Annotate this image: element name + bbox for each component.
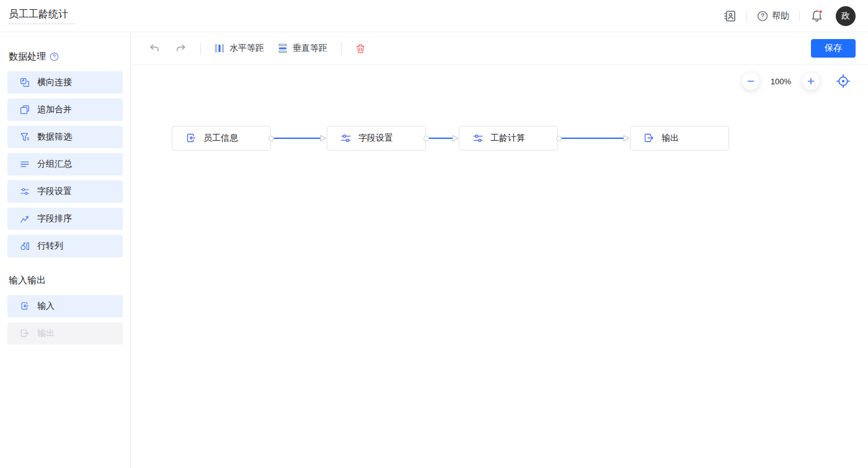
page-title[interactable]: 员工工龄统计 [9,8,74,24]
sidebar-item-output: 输出 [7,322,123,345]
node-label: 字段设置 [358,133,393,144]
section-help-icon[interactable] [50,52,59,61]
undo-icon[interactable] [149,43,160,54]
field-settings-icon [340,133,352,144]
node-label: 输出 [662,133,679,144]
zoom-controls: 100% [742,73,851,90]
flow-canvas[interactable]: 100% [131,65,868,468]
top-header: 员工工龄统计 帮助 [0,0,868,32]
input-icon [185,133,197,144]
main-area: 水平等距 垂直等距 [131,32,868,468]
connection-line [428,138,453,139]
sidebar: 数据处理 横向连接 [0,32,131,468]
sidebar-item-group-summary[interactable]: 分组汇总 [7,153,123,175]
sidebar-item-label: 分组汇总 [37,159,72,170]
canvas-toolbar: 水平等距 垂直等距 [131,32,868,65]
horizontal-spacing-icon [215,43,224,53]
zoom-in-button[interactable] [802,73,820,90]
avatar[interactable]: 政 [836,6,856,26]
sidebar-item-label: 字段设置 [37,186,72,197]
group-summary-icon [20,159,30,169]
field-settings-icon [20,187,30,196]
connection-arrow [623,134,630,143]
sidebar-item-field-sort[interactable]: 字段排序 [7,208,123,230]
connection-line [273,138,321,139]
flow-node-seniority-calc[interactable]: 工龄计算 [459,126,558,151]
help-icon [757,11,768,22]
connection-arrow [320,134,327,143]
connection-1[interactable] [268,134,327,143]
section-title-label: 输入输出 [9,275,46,286]
flow-node-output[interactable]: 输出 [630,126,729,151]
connection-arrow [452,134,459,143]
connection-source-port [423,136,429,141]
connection-source-port [556,136,562,141]
help-label: 帮助 [772,11,789,22]
output-icon [644,133,655,144]
contacts-icon[interactable] [723,9,737,23]
join-icon [20,77,30,87]
connection-2[interactable] [423,134,459,143]
flow-node-employee-info[interactable]: 员工信息 [172,126,271,151]
vertical-spacing-label: 垂直等距 [293,43,327,54]
connection-3[interactable] [556,134,630,143]
bell-icon[interactable] [810,9,823,23]
sidebar-item-row-to-column[interactable]: 行转列 [7,235,123,257]
node-label: 员工信息 [203,133,238,144]
sidebar-item-label: 追加合并 [37,104,72,115]
field-sort-icon [20,214,30,224]
locate-icon[interactable] [836,74,851,89]
section-title-data-processing: 数据处理 [9,51,122,63]
horizontal-spacing-label: 水平等距 [229,43,264,54]
sidebar-item-label: 输入 [37,301,55,312]
header-divider [746,11,747,21]
redo-icon[interactable] [175,43,187,54]
connection-source-port [268,136,274,141]
sidebar-item-label: 字段排序 [37,213,72,224]
vertical-spacing-icon [278,43,288,53]
save-button[interactable]: 保存 [811,39,856,58]
trash-icon[interactable] [355,43,366,54]
append-merge-icon [20,105,30,115]
sidebar-item-label: 输出 [37,328,55,339]
input-icon [20,301,30,311]
section-title-label: 数据处理 [9,51,46,63]
zoom-level: 100% [771,77,791,86]
toolbar-divider [341,42,342,55]
sidebar-item-append-merge[interactable]: 追加合并 [7,99,123,121]
connection-line [561,138,624,139]
filter-icon [20,132,30,142]
sidebar-item-label: 行转列 [37,241,63,252]
header-divider [799,11,800,21]
header-actions: 帮助 政 [723,6,856,26]
field-settings-icon [472,133,484,144]
horizontal-spacing-button[interactable]: 水平等距 [215,43,264,54]
section-title-input-output: 输入输出 [9,275,122,286]
sidebar-item-label: 横向连接 [37,77,72,88]
sidebar-item-field-settings[interactable]: 字段设置 [7,180,123,203]
app: 员工工龄统计 帮助 [0,0,868,468]
sidebar-item-label: 数据筛选 [37,131,72,143]
node-label: 工龄计算 [490,133,525,144]
flow-node-field-settings[interactable]: 字段设置 [327,126,426,151]
sidebar-item-filter[interactable]: 数据筛选 [7,126,123,148]
help-button[interactable]: 帮助 [757,11,789,22]
sidebar-item-join[interactable]: 横向连接 [7,71,123,94]
zoom-out-button[interactable] [742,73,760,90]
row-to-column-icon [20,241,30,251]
sidebar-item-input[interactable]: 输入 [7,295,123,317]
toolbar-divider [200,42,201,55]
output-icon [20,329,30,338]
vertical-spacing-button[interactable]: 垂直等距 [278,43,327,54]
